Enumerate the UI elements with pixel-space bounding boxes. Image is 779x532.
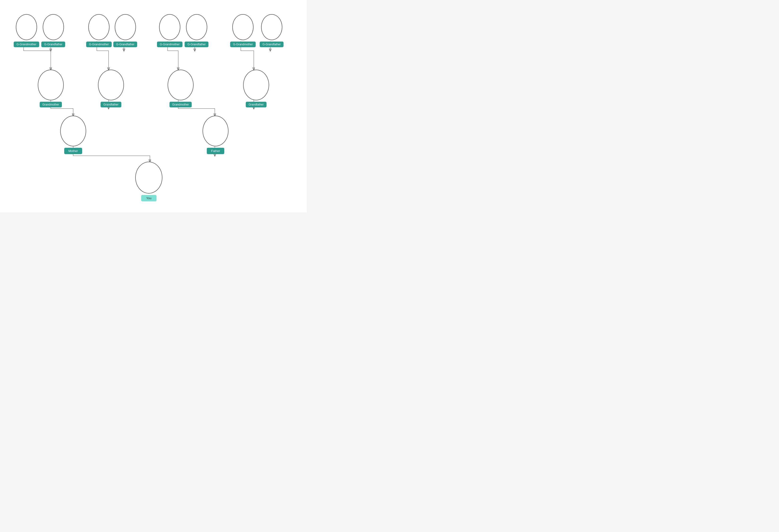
node-gg-grandmother-2[interactable]: G-Grandmother (86, 14, 112, 47)
node-grandmother-2[interactable]: Grandmother (168, 70, 193, 107)
avatar-grandfather-2 (243, 70, 269, 100)
node-you[interactable]: You (135, 162, 163, 201)
label-grandfather-1: Grandfather (101, 102, 121, 107)
avatar-gg-grandmother-1 (16, 14, 37, 40)
avatar-grandmother-2 (168, 70, 193, 100)
label-you: You (141, 195, 157, 201)
node-mother[interactable]: Mother (60, 116, 86, 154)
node-gg-grandfather-4[interactable]: G-Grandfather (260, 14, 284, 47)
avatar-mother (60, 116, 86, 146)
node-gg-grandmother-3[interactable]: G-Grandmother (157, 14, 182, 47)
node-gg-grandfather-1[interactable]: G-Grandfather (41, 14, 65, 47)
node-grandfather-2[interactable]: Grandfather (243, 70, 269, 107)
family-tree-canvas: G-Grandmother G-Grandfather G-Grandmothe… (0, 0, 307, 213)
label-gg-grandmother-2: G-Grandmother (86, 42, 112, 47)
node-grandmother-1[interactable]: Grandmother (38, 70, 64, 107)
label-gg-grandfather-3: G-Grandfather (185, 42, 208, 47)
label-grandfather-2: Grandfather (246, 102, 266, 107)
label-grandmother-2: Grandmother (170, 102, 192, 107)
label-gg-grandmother-1: G-Grandmother (14, 42, 39, 47)
avatar-gg-grandfather-1 (43, 14, 64, 40)
avatar-father (202, 116, 229, 146)
node-gg-grandmother-1[interactable]: G-Grandmother (14, 14, 39, 47)
label-gg-grandfather-4: G-Grandfather (260, 42, 284, 47)
avatar-grandfather-1 (98, 70, 124, 100)
node-gg-grandfather-2[interactable]: G-Grandfather (113, 14, 137, 47)
node-grandfather-1[interactable]: Grandfather (98, 70, 124, 107)
avatar-grandmother-1 (38, 70, 64, 100)
node-gg-grandmother-4[interactable]: G-Grandmother (230, 14, 256, 47)
label-gg-grandmother-3: G-Grandmother (157, 42, 182, 47)
label-gg-grandmother-4: G-Grandmother (230, 42, 256, 47)
avatar-you (135, 162, 163, 193)
label-mother: Mother (64, 148, 82, 154)
avatar-gg-grandmother-3 (159, 14, 180, 40)
avatar-gg-grandfather-2 (115, 14, 136, 40)
node-gg-grandfather-3[interactable]: G-Grandfather (185, 14, 208, 47)
label-gg-grandfather-1: G-Grandfather (41, 42, 65, 47)
avatar-gg-grandmother-2 (88, 14, 110, 40)
label-grandmother-1: Grandmother (40, 102, 62, 107)
avatar-gg-grandfather-4 (261, 14, 282, 40)
avatar-gg-grandmother-4 (232, 14, 253, 40)
label-father: Father (207, 148, 224, 154)
node-father[interactable]: Father (202, 116, 229, 154)
label-gg-grandfather-2: G-Grandfather (113, 42, 137, 47)
avatar-gg-grandfather-3 (186, 14, 207, 40)
